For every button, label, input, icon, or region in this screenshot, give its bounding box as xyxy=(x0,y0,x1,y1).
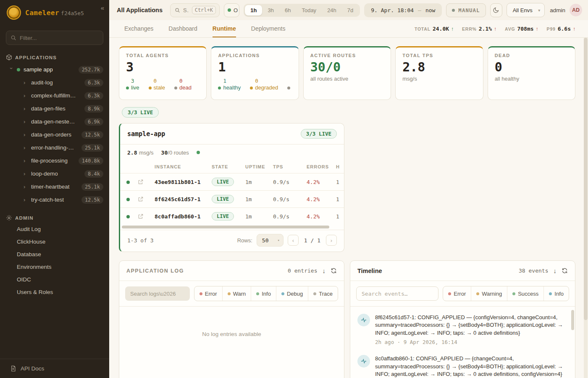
time-range-today[interactable]: Today xyxy=(296,5,322,16)
chevron-right-icon[interactable]: › xyxy=(24,144,28,151)
count-badge: 252.7k xyxy=(79,66,103,74)
refresh-icon[interactable] xyxy=(331,268,337,274)
search-icon xyxy=(175,8,180,13)
tab-dashboard[interactable]: Dashboard xyxy=(168,20,197,37)
date-range-display[interactable]: 9. Apr. 18:04 — now xyxy=(364,3,442,17)
table-row[interactable]: 43ee9811b801-1 LIVE 1m 0.9/s 4.2% 1 xyxy=(120,173,344,191)
chevron-right-icon[interactable]: › xyxy=(24,197,28,203)
time-range-3h[interactable]: 3h xyxy=(262,5,279,16)
log-search[interactable] xyxy=(125,286,190,301)
chevron-right-icon[interactable]: › xyxy=(24,131,28,138)
log-search-input[interactable] xyxy=(130,291,185,297)
arrow-up-icon: ↑ xyxy=(451,26,454,32)
sidebar-item-oidc[interactable]: OIDC xyxy=(0,274,109,286)
download-icon[interactable]: ↓ xyxy=(323,267,326,274)
sidebar-item-database[interactable]: Database xyxy=(0,249,109,261)
count-badge: 25.1k xyxy=(81,144,103,152)
app-panel-metrics: 2.8 msg/s 30/0 routes xyxy=(120,144,344,160)
sidebar-route-audit-log[interactable]: › audit-log 6.3k xyxy=(0,76,109,89)
timeline-search-input[interactable] xyxy=(362,291,433,297)
tab-runtime[interactable]: Runtime xyxy=(213,20,236,37)
time-range-24h[interactable]: 24h xyxy=(322,5,342,16)
filter-chip-error[interactable]: Error xyxy=(443,286,471,301)
time-range-1h[interactable]: 1h xyxy=(245,5,262,16)
filter-chip-trace[interactable]: Trace xyxy=(308,286,338,301)
timeline-title: Timeline xyxy=(357,268,514,274)
chevron-right-icon[interactable]: › xyxy=(24,105,28,112)
sidebar-filter[interactable] xyxy=(6,31,103,45)
refresh-icon[interactable] xyxy=(562,268,568,274)
page-scrollbar[interactable] xyxy=(584,38,588,378)
content: TOTAL AGENTS 3 3live 0stale 0dead APPLIC… xyxy=(109,38,588,378)
chevron-right-icon[interactable]: › xyxy=(24,184,28,190)
manual-refresh-toggle[interactable]: MANUAL xyxy=(446,3,486,17)
substat-degraded: 0degraded xyxy=(250,78,278,91)
sidebar-item-sample-app[interactable]: › sample app 252.7k xyxy=(0,63,109,76)
errors-cell: 4.2% xyxy=(305,173,334,191)
timeline-event[interactable]: 8f6245c61d57-1: CONFIG_APPLIED — {config… xyxy=(357,308,567,349)
avatar[interactable]: AD xyxy=(570,4,582,16)
sidebar-item-environments[interactable]: Environments xyxy=(0,261,109,274)
rows-per-page-select[interactable]: 50 ▾ xyxy=(257,234,284,247)
chevron-right-icon[interactable]: › xyxy=(24,79,28,86)
instance-status-dot xyxy=(126,215,130,218)
filter-chip-debug[interactable]: Debug xyxy=(276,286,308,301)
sidebar-route-data-gen-neste[interactable]: › data-gen-neste… 6.9k xyxy=(0,115,109,128)
sidebar-item-clickhouse[interactable]: ClickHouse xyxy=(0,236,109,249)
timeline-events: 8f6245c61d57-1: CONFIG_APPLIED — {config… xyxy=(350,307,575,378)
sidebar-route-complex-fulfillm[interactable]: › complex-fulfillm… 6.3k xyxy=(0,89,109,102)
brand-version: f24a5e5 xyxy=(61,10,84,16)
table-horizontal-scrollbar[interactable] xyxy=(122,226,342,229)
sidebar-item-audit-log[interactable]: Audit Log xyxy=(0,223,109,236)
filter-chip-warning[interactable]: Warning xyxy=(471,286,507,301)
sidebar-filter-input[interactable] xyxy=(20,35,99,41)
arrow-up-icon: ↑ xyxy=(536,26,538,32)
chevron-right-icon[interactable]: › xyxy=(24,92,28,99)
tab-deployments[interactable]: Deployments xyxy=(251,20,286,37)
substat-critical: 0criti xyxy=(287,78,292,91)
global-search[interactable]: S… Ctrl+K xyxy=(170,3,220,17)
filter-chip-info[interactable]: Info xyxy=(251,286,276,301)
cameleer-logo xyxy=(7,5,21,20)
timeline-event[interactable]: 8c0affadb860-1: CONFIG_APPLIED — {change… xyxy=(357,349,567,378)
chevron-right-icon[interactable]: › xyxy=(24,158,28,164)
table-row[interactable]: 8f6245c61d57-1 LIVE 1m 0.9/s 4.2% 1 xyxy=(120,191,344,208)
sidebar-route-try-catch-test[interactable]: › try-catch-test 12.5k xyxy=(0,193,109,206)
sidebar-route-timer-heartbeat[interactable]: › timer-heartbeat 25.1k xyxy=(0,180,109,193)
download-icon[interactable]: ↓ xyxy=(554,267,557,274)
timeline-scrollbar[interactable] xyxy=(571,310,574,330)
chevron-right-icon[interactable]: › xyxy=(24,171,28,177)
sidebar-collapse-icon[interactable]: « xyxy=(101,4,104,11)
api-docs-link[interactable]: API Docs xyxy=(0,359,109,378)
sidebar-route-loop-demo[interactable]: › loop-demo 8.4k xyxy=(0,167,109,180)
filter-chip-success[interactable]: Success xyxy=(507,286,543,301)
environment-select[interactable]: All Envs ▾ xyxy=(507,3,545,17)
chevron-down-icon[interactable]: › xyxy=(8,68,15,72)
sidebar-route-data-gen-orders[interactable]: › data-gen-orders 12.5k xyxy=(0,128,109,141)
table-row[interactable]: 8c0affadb860-1 LIVE 1m 0.9/s 4.2% 1 xyxy=(120,208,344,225)
external-link-icon[interactable] xyxy=(138,213,144,219)
theme-toggle-button[interactable] xyxy=(490,3,502,17)
prev-page-button[interactable]: ‹ xyxy=(288,235,299,246)
sidebar-item-users-roles[interactable]: Users & Roles xyxy=(0,286,109,299)
external-link-icon[interactable] xyxy=(138,196,144,202)
filter-chip-error[interactable]: Error xyxy=(194,286,222,301)
chevron-right-icon[interactable]: › xyxy=(24,118,28,125)
connection-status-chip[interactable]: O xyxy=(224,3,239,17)
card-dead: DEAD 0 all healthy xyxy=(488,46,575,100)
filter-chip-warn[interactable]: Warn xyxy=(222,286,251,301)
timeline-search[interactable] xyxy=(356,286,438,301)
count-badge: 6.3k xyxy=(84,79,103,87)
time-range-6h[interactable]: 6h xyxy=(279,5,296,16)
live-summary-chip[interactable]: 3/3 LIVE xyxy=(122,107,159,118)
sidebar-route-data-gen-files[interactable]: › data-gen-files 8.9k xyxy=(0,102,109,115)
log-empty-state: No log entries available xyxy=(119,307,344,337)
tab-exchanges[interactable]: Exchanges xyxy=(124,20,153,37)
sidebar-route-file-processing[interactable]: › file-processing 140.8k xyxy=(0,154,109,167)
time-range-7d[interactable]: 7d xyxy=(342,5,359,16)
sidebar-route-error-handling[interactable]: › error-handling-… 25.1k xyxy=(0,141,109,154)
next-page-button[interactable]: › xyxy=(326,235,337,246)
filter-chip-info[interactable]: Info xyxy=(543,286,569,301)
arrow-up-icon: ↑ xyxy=(494,26,496,32)
external-link-icon[interactable] xyxy=(138,179,144,185)
